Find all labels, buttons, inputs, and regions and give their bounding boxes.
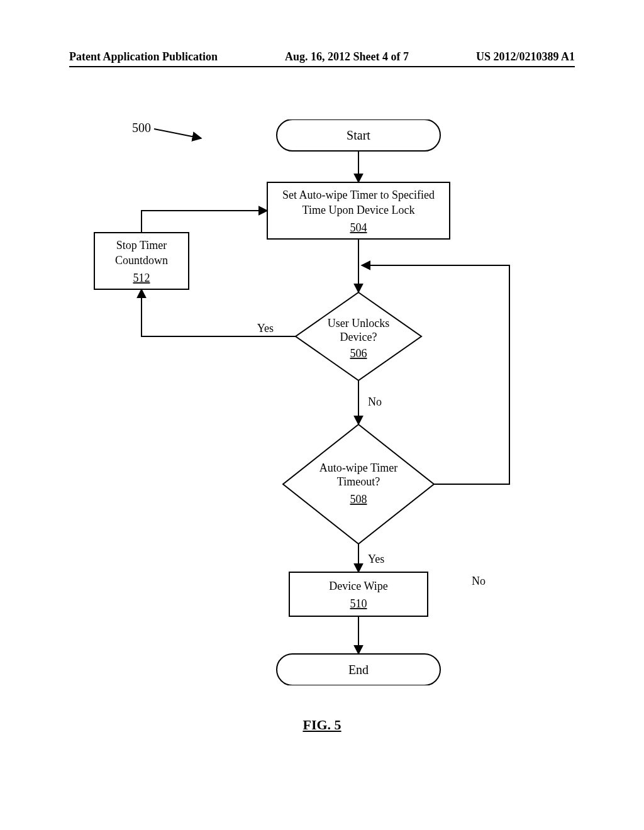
timeout-decision: Auto-wipe Timer Timeout? 508 — [283, 424, 434, 544]
svg-text:Device?: Device? — [340, 331, 377, 343]
svg-text:Countdown: Countdown — [115, 254, 168, 267]
page-header: Patent Application Publication Aug. 16, … — [69, 50, 575, 67]
set-timer-node: Set Auto-wipe Timer to Specified Time Up… — [267, 182, 450, 239]
edge-stoptimer-settimer — [142, 211, 267, 233]
end-node: End — [277, 654, 440, 685]
figure-ref-number: 500 — [132, 121, 151, 135]
svg-text:510: 510 — [350, 597, 367, 610]
flowchart-figure: 500 Start Set Auto-wipe Timer to Specifi… — [69, 119, 572, 685]
unlocks-decision: User Unlocks Device? 506 — [296, 292, 421, 380]
flowchart-svg: 500 Start Set Auto-wipe Timer to Specifi… — [69, 119, 572, 685]
svg-text:End: End — [348, 663, 369, 677]
svg-text:Time Upon Device Lock: Time Upon Device Lock — [303, 204, 415, 216]
figure-label: FIG. 5 — [0, 717, 644, 733]
header-left: Patent Application Publication — [69, 50, 218, 64]
svg-text:Timeout?: Timeout? — [337, 475, 380, 488]
wipe-node: Device Wipe 510 — [289, 572, 428, 616]
edge-timeout-no — [362, 265, 509, 484]
stop-timer-node: Stop Timer Countdown 512 — [94, 233, 189, 289]
label-no-unlocks: No — [368, 396, 382, 408]
label-yes-unlocks: Yes — [257, 322, 274, 335]
svg-text:504: 504 — [350, 221, 367, 234]
svg-text:Auto-wipe Timer: Auto-wipe Timer — [319, 462, 398, 474]
label-yes-timeout: Yes — [368, 553, 384, 565]
label-no-timeout: No — [472, 575, 486, 587]
svg-text:User Unlocks: User Unlocks — [328, 317, 389, 329]
svg-text:Stop Timer: Stop Timer — [116, 239, 167, 252]
svg-text:508: 508 — [350, 493, 367, 506]
figure-ref-arrow — [154, 129, 201, 138]
svg-text:506: 506 — [350, 347, 367, 360]
start-node: Start — [277, 119, 440, 151]
svg-text:Device Wipe: Device Wipe — [329, 580, 387, 592]
svg-text:Set Auto-wipe Timer to Specifi: Set Auto-wipe Timer to Specified — [282, 189, 435, 201]
svg-text:Start: Start — [347, 128, 370, 142]
header-right: US 2012/0210389 A1 — [476, 50, 575, 64]
header-center: Aug. 16, 2012 Sheet 4 of 7 — [285, 50, 409, 64]
svg-text:512: 512 — [133, 272, 150, 284]
